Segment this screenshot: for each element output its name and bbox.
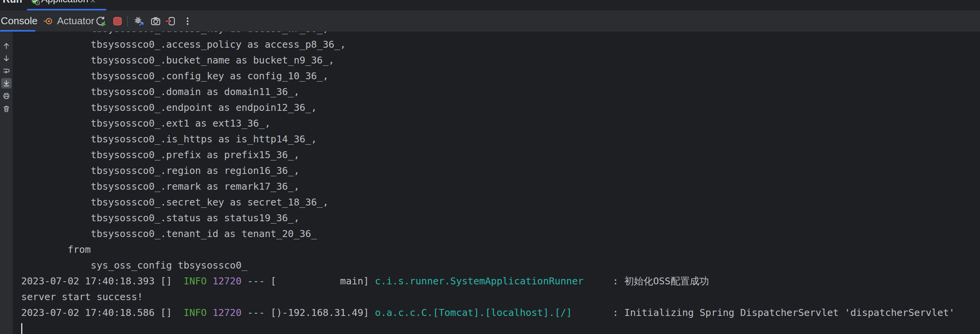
thread-dump-camera-icon xyxy=(150,15,161,27)
sql-column-clipped: tbsysossco0_.access_key as access_k7_36_… xyxy=(21,32,980,37)
scroll-to-end-icon xyxy=(2,79,10,87)
tab-console[interactable]: Console xyxy=(1,10,35,32)
text-caret xyxy=(21,323,22,334)
console-output[interactable]: tbsysossco0_.access_key as access_k7_36_… xyxy=(13,32,980,334)
sql-table: sys_oss_config tbsysossco0_ xyxy=(21,257,980,273)
sql-column: tbsysossco0_.prefix as prefix15_36_, xyxy=(21,147,980,163)
thread-dump-button[interactable] xyxy=(150,15,161,27)
run-tool-window-tabstrip: Run Application xyxy=(0,0,980,10)
cursor-line xyxy=(21,321,980,334)
sql-from: from xyxy=(21,242,980,257)
clear-all-button[interactable] xyxy=(1,104,12,114)
more-options-icon xyxy=(182,15,193,27)
arrow-up-icon xyxy=(2,42,10,50)
print-button[interactable] xyxy=(1,91,12,101)
soft-wrap-icon xyxy=(2,67,10,75)
close-icon[interactable] xyxy=(90,0,96,5)
log-line: 2023-07-02 17:40:18.586 [] INFO 12720 --… xyxy=(21,305,980,321)
rerun-button[interactable] xyxy=(95,15,106,27)
console-gutter xyxy=(0,32,13,334)
attach-debugger-icon xyxy=(133,15,145,27)
rerun-icon xyxy=(95,15,106,27)
sql-column: tbsysossco0_.ext1 as ext13_36_, xyxy=(21,115,980,131)
tab-actuator[interactable]: Actuator xyxy=(43,10,94,32)
tool-window-title: Run xyxy=(3,0,22,5)
arrow-down-icon xyxy=(2,54,10,62)
run-config-tab-application[interactable]: Application xyxy=(27,0,106,10)
sql-column: tbsysossco0_.endpoint as endpoin12_36_, xyxy=(21,100,980,115)
sql-column: tbsysossco0_.config_key as config_10_36_… xyxy=(21,68,980,84)
exit-button[interactable] xyxy=(165,15,176,27)
more-options-button[interactable] xyxy=(182,15,193,27)
sql-column: tbsysossco0_.domain as domain11_36_, xyxy=(21,84,980,100)
toolbar-separator xyxy=(127,16,128,27)
scroll-to-end-button[interactable] xyxy=(1,78,12,89)
spring-boot-run-icon xyxy=(31,0,40,7)
sql-column: tbsysossco0_.status as status19_36_, xyxy=(21,210,980,226)
stop-button[interactable] xyxy=(112,15,123,27)
stop-icon xyxy=(112,15,123,27)
console-toolbar: Console Actuator xyxy=(0,10,980,32)
sql-column: tbsysossco0_.is_https as is_http14_36_, xyxy=(21,131,980,147)
run-config-tab-label: Application xyxy=(41,0,88,5)
sql-column: tbsysossco0_.remark as remark17_36_, xyxy=(21,179,980,194)
attach-debugger-button[interactable] xyxy=(133,15,145,27)
sql-column: tbsysossco0_.bucket_name as bucket_n9_36… xyxy=(21,52,980,68)
sql-column: tbsysossco0_.secret_key as secret_18_36_… xyxy=(21,194,980,210)
print-icon xyxy=(2,92,10,100)
log-line: server start success! xyxy=(21,289,980,305)
sql-column: tbsysossco0_.tenant_id as tenant_20_36_ xyxy=(21,226,980,242)
prev-occurrence-button[interactable] xyxy=(1,41,12,51)
sql-column: tbsysossco0_.region as region16_36_, xyxy=(21,163,980,179)
sql-column: tbsysossco0_.access_policy as access_p8_… xyxy=(21,37,980,52)
exit-icon xyxy=(165,15,176,27)
trash-icon xyxy=(2,105,10,113)
console-text: tbsysossco0_.access_key as access_k7_36_… xyxy=(13,32,980,334)
soft-wrap-button[interactable] xyxy=(1,66,12,76)
actuator-endpoint-icon xyxy=(43,16,57,26)
next-occurrence-button[interactable] xyxy=(1,53,12,63)
log-line: 2023-07-02 17:40:18.393 [] INFO 12720 --… xyxy=(21,273,980,289)
